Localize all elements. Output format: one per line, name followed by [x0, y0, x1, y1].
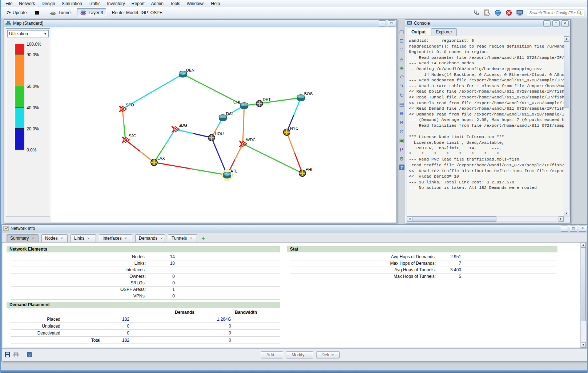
zoom-area-icon[interactable]: ⊙ — [398, 128, 405, 134]
menu-help[interactable]: Help — [208, 1, 223, 7]
path-tool-icon[interactable]: P — [398, 146, 405, 153]
node-CHI[interactable]: CHI — [233, 100, 248, 109]
delete-button[interactable]: Delete — [316, 351, 340, 358]
link-SFO-SJC[interactable] — [122, 109, 125, 140]
network-map-canvas[interactable]: DENSFOSJCSDGLAXHOUDALCHIDETBOSNYCWDCATLP… — [51, 28, 396, 222]
redo-arrow-icon[interactable]: ↷ — [398, 83, 405, 89]
tab-close-icon[interactable]: × — [87, 236, 89, 240]
menu-file[interactable]: File — [2, 1, 16, 7]
node-SJC[interactable]: SJC — [122, 134, 136, 143]
scroll-down-icon[interactable]: ▼ — [581, 342, 586, 348]
layout-tool-icon[interactable]: ◬ — [398, 56, 405, 62]
console-horizontal-scrollbar[interactable]: ◄ ► — [407, 216, 564, 222]
netinfo-maximize-button[interactable] — [570, 226, 577, 232]
tab-close-icon[interactable]: × — [32, 236, 34, 240]
legend-mode-select[interactable]: Utilization ▼ — [7, 30, 49, 37]
add-button[interactable]: Add... — [261, 351, 283, 358]
export-view-icon[interactable]: ⊡ — [398, 37, 405, 44]
tab-tunnels[interactable]: Tunnels× — [168, 234, 197, 242]
no-access-icon[interactable] — [505, 9, 512, 16]
zoom-in-icon[interactable]: ⊕ — [398, 110, 405, 116]
monitor-icon[interactable] — [516, 9, 523, 16]
report-clipboard-icon[interactable] — [483, 9, 491, 16]
node-tool-icon[interactable]: ∵ — [398, 46, 405, 53]
tab-links[interactable]: Links× — [71, 234, 96, 242]
link-SDG-HOU[interactable] — [175, 129, 212, 138]
console-vscroll-thumb[interactable] — [564, 41, 569, 108]
scroll-right-icon[interactable]: ► — [559, 216, 564, 222]
search-magnifier-icon[interactable] — [576, 10, 582, 16]
menu-tools[interactable]: Tools — [167, 1, 184, 7]
config-search-input[interactable] — [528, 10, 576, 15]
settings-wrench-icon[interactable]: ⚙ — [398, 155, 405, 162]
console-close-button[interactable] — [561, 20, 569, 27]
reset-view-icon[interactable]: ↻ — [398, 92, 405, 98]
layer3-button[interactable]: Layer 3 — [77, 8, 106, 17]
console-tab-explorer[interactable]: Explorer — [431, 28, 457, 36]
console-titlebar[interactable]: Console — [405, 20, 570, 27]
globe-icon[interactable] — [494, 9, 502, 16]
tab-close-icon[interactable]: × — [160, 236, 162, 240]
zoom-out-icon[interactable]: ⊖ — [398, 119, 405, 125]
netinfo-close-button[interactable] — [579, 226, 586, 232]
node-ATL[interactable]: ATL — [222, 169, 237, 181]
overview-map-icon[interactable]: ▤ — [398, 101, 405, 107]
stop-icon[interactable] — [35, 11, 39, 15]
search-box[interactable] — [527, 9, 584, 16]
console-tab-output[interactable]: Output — [407, 28, 430, 35]
netinfo-vscroll-thumb[interactable] — [581, 248, 586, 321]
tunnel-layer-button[interactable]: Tunnel — [46, 9, 74, 17]
link-LAX-ATL[interactable] — [154, 162, 227, 175]
node-WDC[interactable]: WDC — [239, 138, 255, 147]
netinfo-vertical-scrollbar[interactable]: ▲ ▼ — [580, 243, 586, 348]
tab-interfaces[interactable]: Interfaces× — [99, 234, 132, 242]
node-SFO[interactable]: SFO — [119, 103, 134, 112]
node-BOS[interactable]: BOS — [297, 92, 313, 101]
tab-close-icon[interactable]: × — [125, 236, 127, 240]
console-output[interactable]: wandlid: regionList: 0readregiondef(): f… — [407, 36, 564, 216]
map-titlebar[interactable]: Map (Standard) — [4, 20, 396, 27]
map-minimize-button[interactable] — [379, 20, 386, 27]
menu-report[interactable]: Report — [128, 1, 148, 7]
console-hscroll-thumb[interactable] — [412, 216, 496, 222]
scroll-down-icon[interactable]: ▼ — [564, 211, 569, 216]
stethoscope-icon[interactable] — [472, 9, 480, 16]
menu-traffic[interactable]: Traffic — [85, 1, 104, 7]
console-maximize-button[interactable] — [552, 20, 560, 27]
node-HOU[interactable]: HOU — [208, 131, 224, 141]
tab-close-icon[interactable]: × — [190, 236, 192, 240]
netinfo-minimize-button[interactable] — [561, 226, 568, 232]
scroll-up-icon[interactable]: ▲ — [581, 243, 586, 248]
modify-button[interactable]: Modify... — [286, 351, 313, 358]
node-NYC[interactable]: NYC — [283, 126, 298, 135]
tab-summary[interactable]: Summary× — [7, 234, 39, 242]
node-DAL[interactable]: DAL — [219, 112, 234, 121]
console-minimize-button[interactable] — [543, 20, 551, 27]
link-SJC-LAX[interactable] — [125, 140, 154, 162]
fit-view-icon[interactable]: ▣ — [398, 137, 405, 143]
print-icon[interactable] — [13, 352, 19, 358]
menu-admin[interactable]: Admin — [148, 1, 167, 7]
menu-inventory[interactable]: Inventory — [104, 1, 128, 7]
menu-design[interactable]: Design — [38, 1, 58, 7]
menu-simulation[interactable]: Simulation — [59, 1, 85, 7]
menu-network[interactable]: Network — [16, 1, 38, 7]
tab-close-icon[interactable]: × — [61, 236, 63, 240]
scroll-left-icon[interactable]: ◄ — [407, 216, 412, 222]
link-HOU-ATL[interactable] — [212, 138, 227, 175]
tab-demands[interactable]: Demands× — [135, 234, 165, 242]
help-info-icon[interactable]: ? — [26, 352, 32, 358]
map-maximize-button[interactable] — [388, 20, 395, 27]
add-tab-plus-icon[interactable]: + — [200, 235, 206, 242]
link-CHI-WDC[interactable] — [243, 106, 244, 144]
update-button[interactable]: ⟳ Update — [4, 9, 29, 17]
network-info-titlebar[interactable]: Network Info — [2, 225, 588, 232]
menu-windows[interactable]: Windows — [184, 1, 208, 7]
scroll-up-icon[interactable]: ▲ — [564, 36, 569, 41]
topology-tool-icon[interactable]: ◈ — [398, 65, 405, 71]
marquee-select-icon[interactable]: ▢ — [398, 28, 405, 35]
undo-arrow-icon[interactable]: ↶ — [398, 74, 405, 80]
console-vertical-scrollbar[interactable]: ▲ ▼ — [564, 36, 569, 216]
help-icon[interactable]: ? — [399, 165, 404, 170]
save-icon[interactable] — [4, 352, 11, 358]
